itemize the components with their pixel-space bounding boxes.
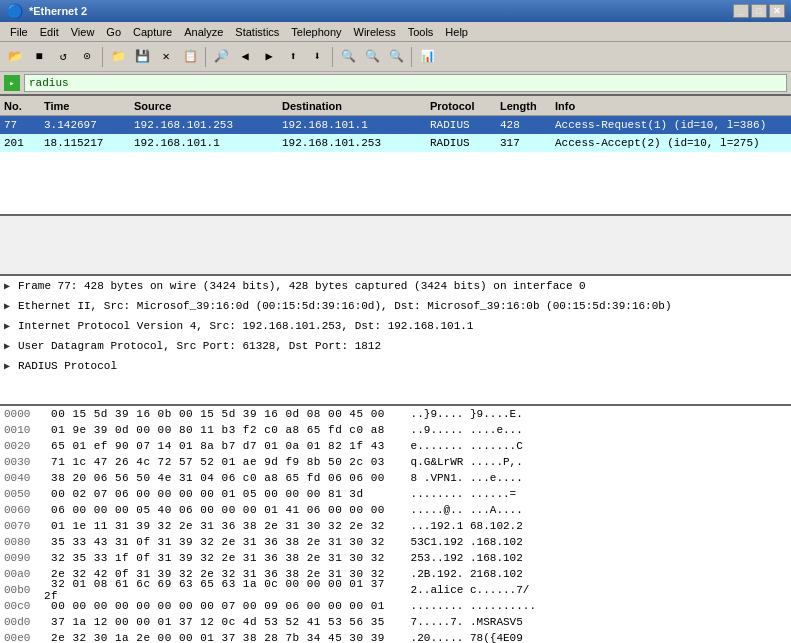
toolbar-zoom-normal[interactable]: 🔍: [385, 46, 407, 68]
col-header-time: Time: [40, 100, 130, 112]
toolbar-open-button[interactable]: 📂: [4, 46, 26, 68]
hex-dump: 0000 00 15 5d 39 16 0b 00 15 5d 39 16 0d…: [0, 406, 791, 643]
col-header-info: Info: [551, 100, 791, 112]
hex-row-00c0[interactable]: 00c0 00 00 00 00 00 00 00 00 07 00 09 06…: [0, 598, 791, 614]
toolbar-stop-button[interactable]: ■: [28, 46, 50, 68]
menu-telephony[interactable]: Telephony: [285, 25, 347, 39]
hex-bytes: 00 15 5d 39 16 0b 00 15 5d 39 16 0d 08 0…: [44, 408, 404, 420]
hex-ascii: 8 .VPN1. ...e....: [404, 472, 787, 484]
hex-row-0020[interactable]: 0020 65 01 ef 90 07 14 01 8a b7 d7 01 0a…: [0, 438, 791, 454]
toolbar-prev[interactable]: ◀: [234, 46, 256, 68]
minimize-button[interactable]: _: [733, 4, 749, 18]
hex-ascii: ...192.1 68.102.2: [404, 520, 787, 532]
hex-row-0090[interactable]: 0090 32 35 33 1f 0f 31 39 32 2e 31 36 38…: [0, 550, 791, 566]
expand-icon-frame: ▶: [4, 280, 14, 292]
detail-row-ip[interactable]: ▶ Internet Protocol Version 4, Src: 192.…: [0, 316, 791, 336]
hex-ascii: .20..... 78({4E09: [404, 632, 787, 643]
maximize-button[interactable]: □: [751, 4, 767, 18]
toolbar-zoom-in[interactable]: 🔍: [337, 46, 359, 68]
hex-ascii: ..}9.... }9....E.: [404, 408, 787, 420]
hex-offset: 00d0: [4, 616, 44, 628]
toolbar-capture-options[interactable]: ⊙: [76, 46, 98, 68]
pkt-time-201: 18.115217: [40, 137, 130, 149]
hex-bytes: 37 1a 12 00 00 01 37 12 0c 4d 53 52 41 5…: [44, 616, 404, 628]
menu-tools[interactable]: Tools: [402, 25, 440, 39]
toolbar-sep-2: [205, 47, 206, 67]
hex-bytes: 01 9e 39 0d 00 00 80 11 b3 f2 c0 a8 65 f…: [44, 424, 404, 436]
toolbar-first[interactable]: ⬆: [282, 46, 304, 68]
packet-row-201[interactable]: 201 18.115217 192.168.101.1 192.168.101.…: [0, 134, 791, 152]
hex-offset: 0050: [4, 488, 44, 500]
menu-view[interactable]: View: [65, 25, 101, 39]
hex-row-0070[interactable]: 0070 01 1e 11 31 39 32 2e 31 36 38 2e 31…: [0, 518, 791, 534]
pkt-dst-201: 192.168.101.253: [278, 137, 426, 149]
toolbar-restart-button[interactable]: ↺: [52, 46, 74, 68]
packet-detail: ▶ Frame 77: 428 bytes on wire (3424 bits…: [0, 276, 791, 406]
filter-bar: ▸: [0, 72, 791, 96]
pkt-len-201: 317: [496, 137, 551, 149]
toolbar-next[interactable]: ▶: [258, 46, 280, 68]
col-header-src: Source: [130, 100, 278, 112]
detail-ip-text: Internet Protocol Version 4, Src: 192.16…: [18, 320, 473, 332]
detail-row-ethernet[interactable]: ▶ Ethernet II, Src: Microsof_39:16:0d (0…: [0, 296, 791, 316]
menu-capture[interactable]: Capture: [127, 25, 178, 39]
toolbar-save[interactable]: 💾: [131, 46, 153, 68]
menu-analyze[interactable]: Analyze: [178, 25, 229, 39]
menu-file[interactable]: File: [4, 25, 34, 39]
hex-offset: 0030: [4, 456, 44, 468]
toolbar-coloring[interactable]: 📊: [416, 46, 438, 68]
hex-row-0040[interactable]: 0040 38 20 06 56 50 4e 31 04 06 c0 a8 65…: [0, 470, 791, 486]
hex-offset: 00c0: [4, 600, 44, 612]
hex-ascii: .2B.192. 2168.102: [404, 568, 787, 580]
hex-row-0030[interactable]: 0030 71 1c 47 26 4c 72 57 52 01 ae 9d f9…: [0, 454, 791, 470]
menu-go[interactable]: Go: [100, 25, 127, 39]
hex-row-0000[interactable]: 0000 00 15 5d 39 16 0b 00 15 5d 39 16 0d…: [0, 406, 791, 422]
toolbar-sep-3: [332, 47, 333, 67]
menu-statistics[interactable]: Statistics: [229, 25, 285, 39]
expand-icon-udp: ▶: [4, 340, 14, 352]
spacer-area: [0, 216, 791, 276]
pkt-time-77: 3.142697: [40, 119, 130, 131]
hex-ascii: 7.....7. .MSRASV5: [404, 616, 787, 628]
hex-row-00b0[interactable]: 00b0 32 01 08 61 6c 69 63 65 63 1a 0c 00…: [0, 582, 791, 598]
toolbar-reload[interactable]: 📋: [179, 46, 201, 68]
filter-input[interactable]: [24, 74, 787, 92]
hex-row-0060[interactable]: 0060 06 00 00 00 05 40 06 00 00 00 01 41…: [0, 502, 791, 518]
detail-ethernet-text: Ethernet II, Src: Microsof_39:16:0d (00:…: [18, 300, 672, 312]
hex-offset: 0080: [4, 536, 44, 548]
detail-row-radius[interactable]: ▶ RADIUS Protocol: [0, 356, 791, 376]
toolbar-last[interactable]: ⬇: [306, 46, 328, 68]
detail-radius-text: RADIUS Protocol: [18, 360, 117, 372]
toolbar: 📂 ■ ↺ ⊙ 📁 💾 ✕ 📋 🔎 ◀ ▶ ⬆ ⬇ 🔍 🔍 🔍 📊: [0, 42, 791, 72]
toolbar-zoom-out[interactable]: 🔍: [361, 46, 383, 68]
packet-row-77[interactable]: 77 3.142697 192.168.101.253 192.168.101.…: [0, 116, 791, 134]
hex-offset: 00e0: [4, 632, 44, 643]
pkt-info-201: Access-Accept(2) (id=10, l=275): [551, 137, 791, 149]
hex-row-00d0[interactable]: 00d0 37 1a 12 00 00 01 37 12 0c 4d 53 52…: [0, 614, 791, 630]
toolbar-find[interactable]: 🔎: [210, 46, 232, 68]
hex-ascii: ........ ......=: [404, 488, 787, 500]
menu-help[interactable]: Help: [439, 25, 474, 39]
hex-row-0010[interactable]: 0010 01 9e 39 0d 00 00 80 11 b3 f2 c0 a8…: [0, 422, 791, 438]
title-bar-title: *Ethernet 2: [29, 5, 87, 17]
col-header-len: Length: [496, 100, 551, 112]
menu-wireless[interactable]: Wireless: [348, 25, 402, 39]
toolbar-open-file[interactable]: 📁: [107, 46, 129, 68]
menu-edit[interactable]: Edit: [34, 25, 65, 39]
hex-ascii: .....@.. ...A....: [404, 504, 787, 516]
hex-row-0080[interactable]: 0080 35 33 43 31 0f 31 39 32 2e 31 36 38…: [0, 534, 791, 550]
hex-ascii: e....... .......C: [404, 440, 787, 452]
pkt-proto-201: RADIUS: [426, 137, 496, 149]
menu-bar: File Edit View Go Capture Analyze Statis…: [0, 22, 791, 42]
hex-offset: 0010: [4, 424, 44, 436]
packet-list: No. Time Source Destination Protocol Len…: [0, 96, 791, 216]
close-button[interactable]: ✕: [769, 4, 785, 18]
detail-row-udp[interactable]: ▶ User Datagram Protocol, Src Port: 6132…: [0, 336, 791, 356]
hex-bytes: 06 00 00 00 05 40 06 00 00 00 01 41 06 0…: [44, 504, 404, 516]
filter-icon: ▸: [4, 75, 20, 91]
hex-offset: 0020: [4, 440, 44, 452]
toolbar-close[interactable]: ✕: [155, 46, 177, 68]
detail-row-frame[interactable]: ▶ Frame 77: 428 bytes on wire (3424 bits…: [0, 276, 791, 296]
hex-bytes: 32 35 33 1f 0f 31 39 32 2e 31 36 38 2e 3…: [44, 552, 404, 564]
hex-row-0050[interactable]: 0050 00 02 07 06 00 00 00 00 01 05 00 00…: [0, 486, 791, 502]
